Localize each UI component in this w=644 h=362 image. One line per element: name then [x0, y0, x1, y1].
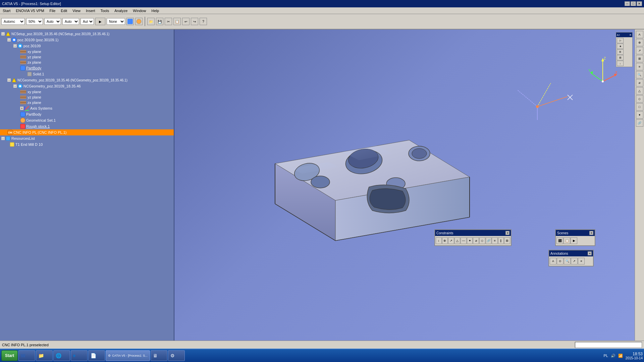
aut-dropdown[interactable]: Aut [80, 18, 94, 25]
corner-btn5[interactable]: ↕ [617, 61, 624, 66]
menu-window[interactable]: Window [131, 8, 147, 13]
maximize-button[interactable]: □ [631, 1, 636, 6]
const-btn10[interactable]: ≡ [492, 237, 498, 244]
tree-item-geo-set[interactable]: Geometrical Set.1 [0, 117, 174, 123]
right-btn5[interactable]: ≡ [636, 63, 643, 70]
tree-item-ncgeom1[interactable]: - NCGeometry_poz.30109_18.35.46 (NCGeome… [0, 77, 174, 83]
toolbar-btn1[interactable]: 📁 [147, 18, 155, 25]
taskbar-catia-window[interactable]: ⚙ CATIA V5 - [Process1: S... [106, 350, 150, 361]
toolbar-run-btn[interactable]: ▶ [95, 18, 105, 25]
toolbar-color2-btn[interactable] [135, 18, 143, 25]
ann-btn5[interactable]: ≡ [578, 258, 585, 264]
menu-help[interactable]: Help [150, 8, 160, 13]
right-btn8[interactable]: △ [636, 87, 643, 95]
tree-item-xy2[interactable]: xy plane [0, 89, 174, 95]
minimize-button[interactable]: ─ [625, 1, 630, 6]
small-corner-panel[interactable]: A+ ✕ ▷ ◈ ⊞ ▤ ↕ [616, 32, 633, 67]
toolbar-color1-btn[interactable] [126, 18, 134, 25]
right-btn3[interactable]: ↗ [636, 47, 643, 54]
const-btn7[interactable]: ⌀ [473, 237, 479, 244]
const-btn3[interactable]: ↗ [448, 237, 454, 244]
right-btn10[interactable]: □ [636, 103, 643, 111]
toolbar-btn3[interactable]: ✂ [165, 18, 172, 25]
start-button[interactable]: Start [1, 350, 18, 361]
tree-item-xy1[interactable]: xy plane [0, 49, 174, 54]
expand-ncsetup[interactable]: - [1, 32, 5, 36]
status-input[interactable] [575, 342, 642, 348]
ann-btn4[interactable]: ↗ [571, 258, 578, 264]
expand-poz1[interactable]: - [7, 38, 11, 42]
close-button[interactable]: ✕ [637, 1, 642, 6]
constraints-close-button[interactable]: ✕ [505, 231, 509, 235]
const-btn5[interactable]: — [461, 237, 467, 244]
tree-item-axis-systems[interactable]: + Axis Systems [0, 105, 174, 111]
auto2-dropdown[interactable]: Auto [62, 18, 79, 25]
right-btn12[interactable]: 🔗 [636, 119, 643, 127]
toolbar-btn6[interactable]: ↪ [191, 18, 198, 25]
const-btn12[interactable]: ⊞ [504, 237, 510, 244]
menu-enovia[interactable]: ENOVIA V5 VPM [14, 8, 45, 13]
corner-panel-close[interactable]: ✕ [629, 34, 632, 37]
menu-edit[interactable]: Edit [59, 8, 68, 13]
const-btn1[interactable]: ↕ [436, 237, 442, 244]
toolbar-btn4[interactable]: 📋 [173, 18, 181, 25]
tree-item-partbody1[interactable]: PartBody [0, 65, 174, 71]
taskbar-edge[interactable]: e [71, 350, 88, 361]
corner-btn4[interactable]: ▤ [617, 55, 624, 60]
const-btn11[interactable]: ∥ [498, 237, 504, 244]
none-dropdown[interactable]: None [107, 18, 125, 25]
const-btn6[interactable]: ✦ [467, 237, 473, 244]
expand-axis[interactable]: + [20, 107, 23, 110]
scenes-panel[interactable]: Scenes ✕ ⬛ 📋 ▶ [555, 229, 595, 246]
taskbar-file[interactable]: 📄 [88, 350, 105, 361]
tree-item-ncgeom2[interactable]: - NCGeometry_poz.30109_18.35.46 [0, 83, 174, 89]
toolbar-btn5[interactable]: ↩ [182, 18, 190, 25]
taskbar-settings[interactable]: ⚙ [168, 350, 185, 361]
annotations-close-button[interactable]: ✕ [588, 251, 592, 255]
right-btn9[interactable]: ◇ [636, 95, 643, 103]
viewport[interactable]: Z X Y [174, 29, 635, 341]
tree-item-partbody2[interactable]: PartBody [0, 111, 174, 117]
right-btn4[interactable]: ⊞ [636, 55, 643, 62]
scenes-btn2[interactable]: 📋 [564, 237, 570, 244]
menu-insert[interactable]: Insert [85, 8, 97, 13]
annotations-panel[interactable]: Annotations ✕ A ⊙ 🔍 ↗ ≡ [548, 250, 594, 266]
right-btn7[interactable]: ⌀ [636, 79, 643, 86]
expand-ncgeom1[interactable]: - [7, 78, 11, 82]
tree-item-resources[interactable]: - ResourcesList [0, 135, 174, 141]
scenes-btn3[interactable]: ▶ [571, 237, 577, 244]
tree-item-ncsetup[interactable]: - NCSetup_poz.30109_18.35.46 (NCSetup_po… [0, 31, 174, 37]
tree-item-yz2[interactable]: yz plane [0, 95, 174, 100]
tree-item-zx2[interactable]: zx plane [0, 100, 174, 105]
ann-btn1[interactable]: A [550, 258, 556, 264]
zoom-dropdown[interactable]: 50% 75% 100% [26, 18, 43, 25]
expand-poz2[interactable]: - [13, 44, 17, 48]
menu-analyze[interactable]: Analyze [113, 8, 129, 13]
right-btn1[interactable]: A [636, 31, 643, 38]
expand-resources[interactable]: - [1, 137, 5, 140]
toolbar-btn2[interactable]: 💾 [156, 18, 163, 25]
tree-item-zx1[interactable]: zx plane [0, 60, 174, 65]
right-btn11[interactable]: ✦ [636, 111, 643, 119]
menu-tools[interactable]: Tools [99, 8, 110, 13]
auto1-dropdown[interactable]: Auto [44, 18, 61, 25]
taskbar-gpu[interactable]: 🖥 [151, 350, 167, 361]
expand-ncgeom2[interactable]: - [13, 84, 17, 88]
tree-item-cnc-info[interactable]: CNC CNC INFO PL (CNC INFO PL.1) [0, 129, 174, 135]
menu-file[interactable]: File [48, 8, 57, 13]
constraints-panel[interactable]: Constraints ✕ ↕ ⊕ ↗ △ — ✦ ⌀ ◇ 🔗 ≡ ∥ ⊞ [434, 229, 512, 246]
taskbar-folder[interactable]: 📁 [36, 350, 53, 361]
toolbar-btn7[interactable]: ? [200, 18, 207, 25]
const-btn8[interactable]: ◇ [479, 237, 485, 244]
menu-view[interactable]: View [71, 8, 82, 13]
const-btn4[interactable]: △ [454, 237, 461, 244]
scenes-close-button[interactable]: ✕ [589, 231, 593, 235]
corner-btn3[interactable]: ⊞ [617, 49, 624, 55]
tree-item-poz1[interactable]: - poz.30109 (poz.30109.1) [0, 37, 174, 43]
tree-item-yz1[interactable]: yz plane [0, 54, 174, 60]
right-btn2[interactable]: ⊕ [636, 39, 643, 46]
tree-item-tool[interactable]: T1 End Mill D 10 [0, 141, 174, 147]
taskbar-word[interactable]: W [18, 350, 35, 361]
corner-btn2[interactable]: ◈ [617, 44, 624, 49]
ann-btn3[interactable]: 🔍 [564, 258, 571, 264]
